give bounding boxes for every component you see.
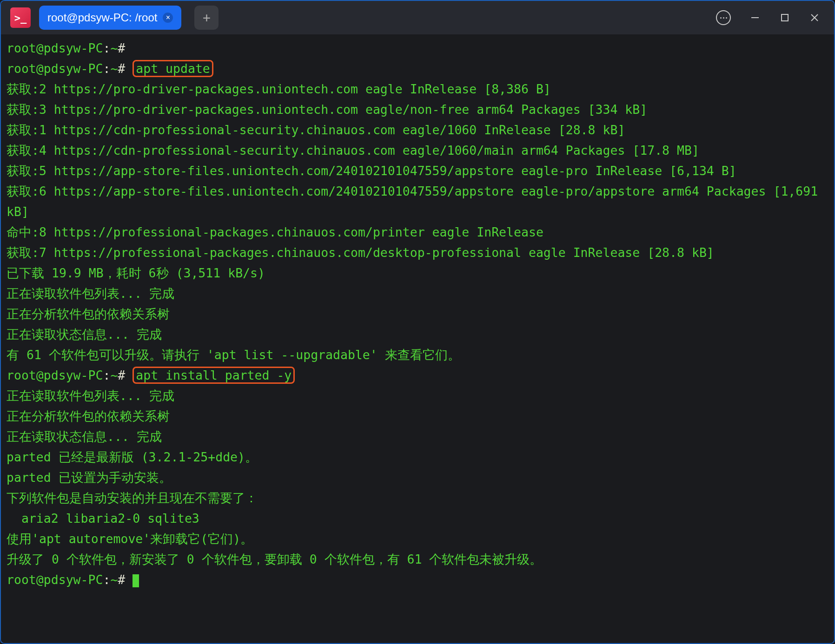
terminal-line: 正在分析软件包的依赖关系树 bbox=[7, 304, 828, 324]
close-icon[interactable] bbox=[809, 12, 820, 23]
terminal-line: 正在读取状态信息... 完成 bbox=[7, 427, 828, 447]
terminal-window: >_ root@pdsyw-PC: /root × + root@pdsyw-P… bbox=[0, 0, 835, 644]
cursor bbox=[133, 574, 139, 587]
terminal-line: 获取:6 https://app-store-files.uniontech.c… bbox=[7, 181, 828, 222]
terminal-line: parted 已设置为手动安装。 bbox=[7, 467, 828, 488]
tab-title: root@pdsyw-PC: /root bbox=[47, 11, 157, 24]
terminal-line: 下列软件包是自动安装的并且现在不需要了： bbox=[7, 488, 828, 508]
cmd-apt-update: apt update bbox=[133, 60, 213, 77]
terminal-line: 获取:4 https://cdn-professional-security.c… bbox=[7, 140, 828, 161]
terminal-line: 正在读取状态信息... 完成 bbox=[7, 324, 828, 345]
window-controls bbox=[716, 10, 820, 25]
terminal-line: 正在读取软件包列表... 完成 bbox=[7, 386, 828, 406]
terminal-output[interactable]: root@pdsyw-PC:~# root@pdsyw-PC:~# apt up… bbox=[1, 34, 834, 643]
terminal-line: 获取:1 https://cdn-professional-security.c… bbox=[7, 120, 828, 140]
terminal-line: 命中:8 https://professional-packages.china… bbox=[7, 222, 828, 243]
terminal-line: 获取:2 https://pro-driver-packages.unionte… bbox=[7, 79, 828, 99]
titlebar: >_ root@pdsyw-PC: /root × + bbox=[1, 1, 834, 34]
terminal-line: 获取:3 https://pro-driver-packages.unionte… bbox=[7, 99, 828, 120]
tab-close-icon[interactable]: × bbox=[163, 13, 173, 23]
terminal-line: root@pdsyw-PC:~# bbox=[7, 38, 828, 59]
terminal-app-icon: >_ bbox=[10, 7, 31, 28]
terminal-line: 有 61 个软件包可以升级。请执行 'apt list --upgradable… bbox=[7, 345, 828, 365]
active-tab[interactable]: root@pdsyw-PC: /root × bbox=[39, 6, 181, 30]
more-menu-icon[interactable] bbox=[716, 10, 731, 25]
svg-rect-1 bbox=[782, 14, 788, 21]
terminal-line: 获取:5 https://app-store-files.uniontech.c… bbox=[7, 161, 828, 181]
terminal-line: root@pdsyw-PC:~# apt install parted -y bbox=[7, 365, 828, 386]
terminal-line: aria2 libaria2-0 sqlite3 bbox=[7, 508, 828, 529]
new-tab-button[interactable]: + bbox=[194, 6, 219, 30]
terminal-line: 获取:7 https://professional-packages.china… bbox=[7, 243, 828, 263]
terminal-line: root@pdsyw-PC:~# bbox=[7, 570, 828, 590]
terminal-line: 正在分析软件包的依赖关系树 bbox=[7, 406, 828, 427]
terminal-line: parted 已经是最新版 (3.2.1-25+dde)。 bbox=[7, 447, 828, 467]
terminal-line: 升级了 0 个软件包，新安装了 0 个软件包，要卸载 0 个软件包，有 61 个… bbox=[7, 549, 828, 570]
minimize-icon[interactable] bbox=[749, 12, 761, 23]
terminal-line: 正在读取软件包列表... 完成 bbox=[7, 283, 828, 304]
terminal-line: 已下载 19.9 MB，耗时 6秒 (3,511 kB/s) bbox=[7, 263, 828, 283]
maximize-icon[interactable] bbox=[779, 12, 790, 23]
terminal-line: root@pdsyw-PC:~# apt update bbox=[7, 59, 828, 79]
cmd-apt-install-parted: apt install parted -y bbox=[133, 367, 295, 384]
terminal-line: 使用'apt autoremove'来卸载它(它们)。 bbox=[7, 529, 828, 549]
